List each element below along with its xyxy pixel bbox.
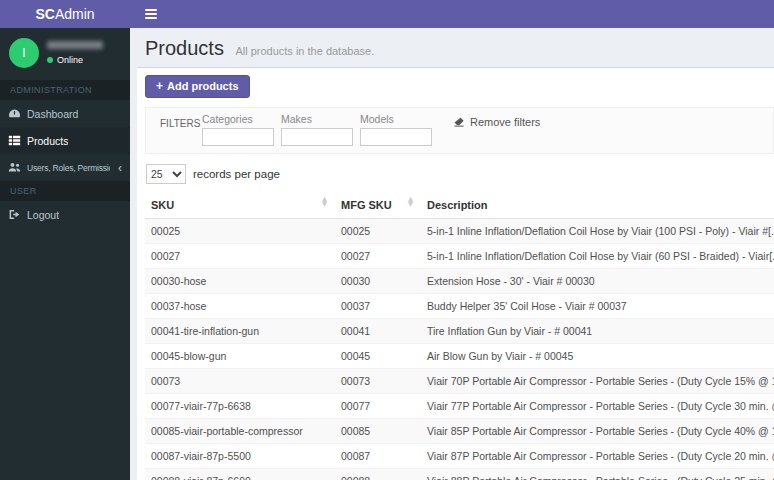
mfg-sku-cell: 00037 [335, 294, 421, 319]
categories-filter-input[interactable] [202, 128, 274, 146]
sidebar-item-dashboard[interactable]: Dashboard [0, 100, 130, 127]
makes-filter-input[interactable] [281, 128, 353, 146]
sku-cell: 00037-hose [145, 294, 335, 319]
column-header-sku[interactable]: SKU ▲▼ [145, 192, 335, 219]
user-panel: I Online [0, 28, 130, 80]
description-cell: Air Blow Gun by Viair - # 00045 [421, 344, 774, 369]
description-cell: Viair 88P Portable Air Compressor - Port… [421, 469, 774, 480]
add-products-label: Add products [167, 80, 239, 92]
sku-cell: 00088-viair-87p-6690 [145, 469, 335, 480]
sku-cell: 00025 [145, 219, 335, 244]
table-row: 00077-viair-77p-663800077Viair 77P Porta… [145, 394, 774, 419]
table-row: 00045-blow-gun00045Air Blow Gun by Viair… [145, 344, 774, 369]
mfg-sku-cell: 00073 [335, 369, 421, 394]
dashboard-icon [8, 107, 21, 120]
content-header: Products All products in the database. [130, 28, 774, 67]
content-area: Products All products in the database. +… [130, 28, 774, 480]
add-products-button[interactable]: + Add products [145, 75, 250, 98]
sidebar-item-label: Logout [27, 209, 59, 221]
brand-logo[interactable]: SCAdmin [0, 0, 130, 28]
mfg-sku-cell: 00045 [335, 344, 421, 369]
description-cell: Viair 85P Portable Air Compressor - Port… [421, 419, 774, 444]
table-row: 00041-tire-inflation-gun00041Tire Inflat… [145, 319, 774, 344]
sidebar-item-label: Dashboard [27, 108, 78, 120]
records-per-page-label: records per page [193, 168, 280, 180]
hamburger-icon [145, 9, 157, 11]
logout-icon [8, 208, 21, 221]
sidebar-toggle-button[interactable] [141, 5, 161, 23]
filters-label: FILTERS [160, 118, 202, 129]
online-status-label: Online [57, 55, 83, 65]
description-cell: 5-in-1 Inline Inflation/Deflation Coil H… [421, 244, 774, 269]
categories-filter-label: Categories [202, 113, 274, 125]
description-cell: 5-in-1 Inline Inflation/Deflation Coil H… [421, 219, 774, 244]
sidebar-section-user: USER [0, 181, 130, 201]
brand-logo-bold: SC [35, 6, 54, 22]
table-row: 00030-hose00030Extension Hose - 30' - Vi… [145, 269, 774, 294]
description-cell: Extension Hose - 30' - Viair # 00030 [421, 269, 774, 294]
mfg-sku-cell: 00088 [335, 469, 421, 480]
sku-cell: 00085-viair-portable-compressor [145, 419, 335, 444]
records-per-page: 25 records per page [146, 164, 774, 184]
mfg-sku-cell: 00025 [335, 219, 421, 244]
top-navbar: SCAdmin [0, 0, 774, 28]
column-header-mfg-sku[interactable]: MFG SKU ▲▼ [335, 192, 421, 219]
table-row: 00025000255-in-1 Inline Inflation/Deflat… [145, 219, 774, 244]
chevron-left-icon: ‹ [116, 163, 122, 173]
sidebar-item-logout[interactable]: Logout [0, 201, 130, 228]
sidebar: I Online ADMINISTRATION Dashboard [0, 28, 130, 480]
mfg-sku-cell: 00041 [335, 319, 421, 344]
description-cell: Tire Inflation Gun by Viair - # 00041 [421, 319, 774, 344]
page-subtitle: All products in the database. [235, 45, 374, 57]
sku-cell: 00087-viair-87p-5500 [145, 444, 335, 469]
products-table: SKU ▲▼ MFG SKU ▲▼ Description [145, 192, 774, 480]
sku-cell: 00041-tire-inflation-gun [145, 319, 335, 344]
plus-icon: + [156, 81, 163, 91]
online-status-icon [47, 57, 53, 63]
table-row: 00088-viair-87p-669000088Viair 88P Porta… [145, 469, 774, 480]
table-row: 00085-viair-portable-compressor00085Viai… [145, 419, 774, 444]
makes-filter: Makes [281, 113, 353, 146]
navbar [130, 0, 774, 28]
sku-cell: 00077-viair-77p-6638 [145, 394, 335, 419]
sku-cell: 00073 [145, 369, 335, 394]
remove-filters-button[interactable]: Remove filters [453, 116, 540, 128]
sidebar-item-users-roles-permissions[interactable]: Users, Roles, Permissions ‹ [0, 154, 130, 181]
makes-filter-label: Makes [281, 113, 353, 125]
products-list-icon [8, 134, 21, 147]
sort-icon: ▲▼ [408, 197, 413, 207]
products-card: + Add products FILTERS Categories Makes … [137, 67, 774, 480]
brand-logo-rest: Admin [55, 6, 95, 22]
categories-filter: Categories [202, 113, 274, 146]
sidebar-item-label: Users, Roles, Permissions [27, 163, 110, 173]
sku-cell: 00030-hose [145, 269, 335, 294]
table-row: 00037-hose00037Buddy Helper 35' Coil Hos… [145, 294, 774, 319]
records-per-page-select[interactable]: 25 [146, 164, 186, 184]
table-row: 00087-viair-87p-550000087Viair 87P Porta… [145, 444, 774, 469]
sku-cell: 00027 [145, 244, 335, 269]
models-filter-input[interactable] [360, 128, 432, 146]
description-cell: Viair 70P Portable Air Compressor - Port… [421, 369, 774, 394]
page-title: Products [145, 37, 224, 59]
table-row: 00027000275-in-1 Inline Inflation/Deflat… [145, 244, 774, 269]
remove-filters-label: Remove filters [470, 116, 540, 128]
products-table-body: 00025000255-in-1 Inline Inflation/Deflat… [145, 219, 774, 480]
eraser-icon [453, 116, 465, 128]
sku-cell: 00045-blow-gun [145, 344, 335, 369]
table-row: 0007300073Viair 70P Portable Air Compres… [145, 369, 774, 394]
mfg-sku-cell: 00027 [335, 244, 421, 269]
sidebar-item-label: Products [27, 135, 68, 147]
mfg-sku-cell: 00085 [335, 419, 421, 444]
mfg-sku-cell: 00077 [335, 394, 421, 419]
sort-icon: ▲▼ [322, 197, 327, 207]
avatar: I [9, 38, 39, 68]
models-filter-label: Models [360, 113, 432, 125]
mfg-sku-cell: 00030 [335, 269, 421, 294]
description-cell: Buddy Helper 35' Coil Hose - Viair # 000… [421, 294, 774, 319]
sidebar-item-products[interactable]: Products [0, 127, 130, 154]
description-cell: Viair 87P Portable Air Compressor - Port… [421, 444, 774, 469]
models-filter: Models [360, 113, 432, 146]
app-window: SCAdmin I Online ADMINISTRATION [0, 0, 774, 480]
user-name-redacted [47, 41, 103, 49]
description-cell: Viair 77P Portable Air Compressor - Port… [421, 394, 774, 419]
